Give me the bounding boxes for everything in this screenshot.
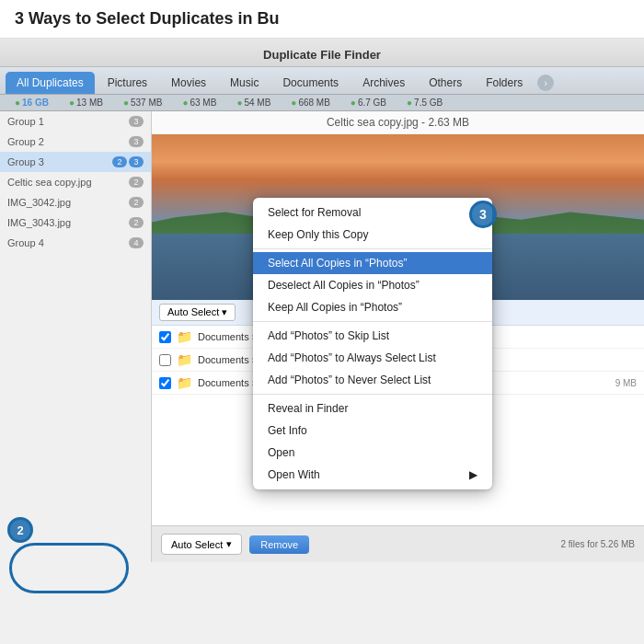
auto-select-label: Auto Select <box>171 539 223 550</box>
tab-others[interactable]: Others <box>418 72 473 94</box>
sidebar-item-5[interactable]: IMG_3043.jpg2 <box>0 213 151 233</box>
tab-size-archives: ●668 MB <box>282 97 339 109</box>
sidebar: Group 13Group 23Group 323Celtic sea copy… <box>0 111 152 562</box>
tab-size-folders: ●7.5 GB <box>397 97 452 109</box>
folder-icon-0: 📁 <box>177 329 192 344</box>
bottom-bar: Auto Select ▾ Remove 2 files for 5.26 MB <box>152 525 644 562</box>
sidebar-item-0[interactable]: Group 13 <box>0 111 151 132</box>
tab-size-row: ●16 GB●13 MB●537 MB●63 MB●54 MB●668 MB●6… <box>0 95 644 111</box>
sidebar-item-1[interactable]: Group 23 <box>0 132 151 152</box>
sidebar-item-label-4: IMG_3042.jpg <box>7 197 129 208</box>
tab-all[interactable]: All Duplicates <box>6 72 95 94</box>
menu-separator-4 <box>253 321 492 322</box>
app-title: Duplicate File Finder <box>263 48 381 62</box>
tab-size-all: ●16 GB <box>6 97 58 109</box>
menu-item-keep-only[interactable]: Keep Only this Copy <box>253 224 492 246</box>
menu-item-select-all-copies[interactable]: Select All Copies in “Photos” <box>253 252 492 274</box>
size-dot-icon: ● <box>407 98 412 108</box>
menu-item-add-skip[interactable]: Add “Photos” to Skip List <box>253 325 492 347</box>
size-dot-icon: ● <box>123 98 129 108</box>
menu-item-deselect-all-copies[interactable]: Deselect All Copies in “Photos” <box>253 274 492 296</box>
badge-a-2: 2 <box>112 156 127 167</box>
dropdown-arrow-icon: ▾ <box>226 538 232 550</box>
menu-item-get-info[interactable]: Get Info <box>253 420 492 442</box>
sidebar-item-6[interactable]: Group 44 <box>0 233 151 253</box>
badge-6: 4 <box>129 237 144 248</box>
sidebar-item-label-1: Group 2 <box>7 136 129 147</box>
tab-movies[interactable]: Movies <box>160 72 217 94</box>
folder-icon-2: 📁 <box>177 375 192 390</box>
tab-archives[interactable]: Archives <box>351 72 416 94</box>
title-bar: Duplicate File Finder <box>0 39 644 67</box>
tab-size-others: ●6.7 GB <box>341 97 396 109</box>
badge-3: 2 <box>129 177 144 188</box>
remove-button[interactable]: Remove <box>249 535 309 554</box>
auto-select-highlight <box>9 543 129 593</box>
tab-size-movies: ●537 MB <box>114 97 172 109</box>
menu-separator-7 <box>253 394 492 395</box>
badge-1: 3 <box>129 136 144 147</box>
size-dot-icon: ● <box>291 98 296 108</box>
auto-select-btn-list[interactable]: Auto Select ▾ <box>159 304 236 321</box>
file-row-checkbox-1[interactable] <box>159 354 171 366</box>
size-dot-icon: ● <box>69 98 75 108</box>
badge-group-2: 23 <box>112 156 144 167</box>
file-row-checkbox-2[interactable] <box>159 377 171 389</box>
context-menu: Select for RemovalKeep Only this CopySel… <box>253 198 492 489</box>
size-dot-icon: ● <box>236 98 242 108</box>
annotation-circle-2: 2 <box>7 517 33 543</box>
menu-item-add-always[interactable]: Add “Photos” to Always Select List <box>253 347 492 369</box>
menu-item-select-removal[interactable]: Select for Removal <box>253 201 492 224</box>
tab-pictures[interactable]: Pictures <box>97 72 158 94</box>
badge-0: 3 <box>129 116 144 127</box>
menu-separator-1 <box>253 248 492 249</box>
tab-folders[interactable]: Folders <box>475 72 534 94</box>
sidebar-item-4[interactable]: IMG_3042.jpg2 <box>0 192 151 213</box>
menu-item-add-never[interactable]: Add “Photos” to Never Select List <box>253 369 492 391</box>
tab-size-music: ●63 MB <box>173 97 225 109</box>
tab-documents[interactable]: Documents <box>271 72 350 94</box>
status-text: 2 files for 5.26 MB <box>560 539 635 549</box>
tab-size-pictures: ●13 MB <box>60 97 112 109</box>
menu-item-label-open-with: Open With <box>268 468 320 481</box>
sidebar-item-label-3: Celtic sea copy.jpg <box>7 177 129 188</box>
menu-item-open-with[interactable]: Open With▶ <box>253 464 492 486</box>
size-dot-icon: ● <box>15 98 20 108</box>
tab-music[interactable]: Music <box>219 72 270 94</box>
tab-bar: All DuplicatesPicturesMoviesMusicDocumen… <box>0 67 644 95</box>
badge-4: 2 <box>129 197 144 208</box>
tab-size-documents: ●54 MB <box>227 97 280 109</box>
size-dot-icon: ● <box>351 98 356 108</box>
file-row-size-2: 9 MB <box>615 378 637 388</box>
sidebar-item-label-6: Group 4 <box>7 237 129 248</box>
menu-item-keep-all-copies[interactable]: Keep All Copies in “Photos” <box>253 296 492 318</box>
menu-item-reveal-finder[interactable]: Reveal in Finder <box>253 397 492 420</box>
size-dot-icon: ● <box>182 98 188 108</box>
badge-b-2: 3 <box>129 156 144 167</box>
menu-item-open[interactable]: Open <box>253 442 492 464</box>
submenu-arrow-icon: ▶ <box>469 468 477 481</box>
badge-5: 2 <box>129 217 144 228</box>
folder-icon-1: 📁 <box>177 352 192 367</box>
annotation-circle-3: 3 <box>469 201 497 228</box>
banner-bold: 3 Ways to Select Duplicates in Bu <box>15 9 279 28</box>
top-banner: 3 Ways to Select Duplicates in Bu <box>0 0 644 39</box>
sidebar-item-label-0: Group 1 <box>7 116 129 127</box>
tab-overflow-icon[interactable]: › <box>537 75 554 91</box>
file-row-checkbox-0[interactable] <box>159 331 171 343</box>
auto-select-dropdown[interactable]: Auto Select ▾ <box>161 534 242 555</box>
sidebar-item-3[interactable]: Celtic sea copy.jpg2 <box>0 172 151 192</box>
sidebar-item-label-2: Group 3 <box>7 156 112 167</box>
sidebar-item-label-5: IMG_3043.jpg <box>7 217 129 228</box>
sidebar-item-2[interactable]: Group 323 <box>0 152 151 172</box>
preview-title: Celtic sea copy.jpg - 2.63 MB <box>152 111 644 134</box>
